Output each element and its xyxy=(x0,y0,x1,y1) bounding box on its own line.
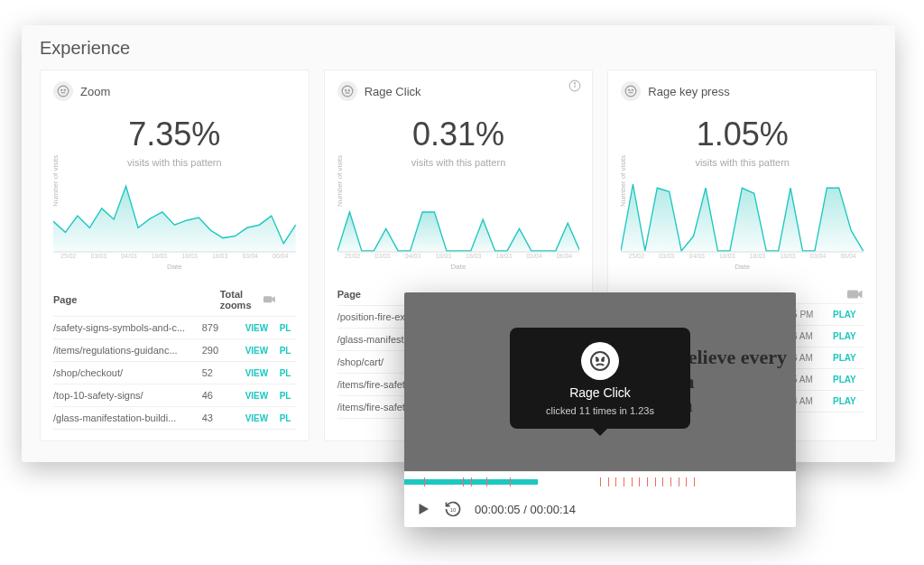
view-link[interactable]: VIEW xyxy=(245,346,276,356)
svg-point-6 xyxy=(345,90,346,91)
event-mark[interactable] xyxy=(694,477,695,486)
card-zoom: Zoom 7.35% visits with this pattern Numb… xyxy=(40,69,310,441)
player-viewport[interactable]: I believe every nea f m Rage Click click… xyxy=(404,292,796,471)
card-title: Zoom xyxy=(80,85,110,98)
chart-ticks: 25/0203/0304/0318/0318/0318/0303/0406/04 xyxy=(53,253,296,259)
view-link[interactable]: VIEW xyxy=(245,323,276,333)
face-angry-icon xyxy=(581,342,619,380)
svg-point-13 xyxy=(629,89,630,90)
rage-chart: Number of visits xyxy=(337,179,580,253)
svg-point-0 xyxy=(58,86,69,97)
event-mark[interactable] xyxy=(679,477,679,486)
face-sad-icon xyxy=(621,81,641,101)
keys-percent: 1.05% xyxy=(621,116,864,153)
chart-ticks: 25/0203/0304/0318/0318/0318/0303/0406/04 xyxy=(621,253,864,259)
camera-icon xyxy=(847,289,864,298)
play-link[interactable]: PLAY xyxy=(833,375,864,384)
event-mark[interactable] xyxy=(608,477,609,486)
page-path: /safety-signs-symbols-and-c... xyxy=(53,322,199,333)
table-head-count: Total zooms xyxy=(220,289,260,310)
event-mark[interactable] xyxy=(463,477,464,486)
svg-point-2 xyxy=(64,89,65,90)
camera-icon xyxy=(263,295,276,304)
zoom-count: 879 xyxy=(202,322,242,333)
card-title: Rage Click xyxy=(365,85,421,98)
play-link[interactable]: PLAY xyxy=(833,331,864,341)
svg-point-10 xyxy=(575,83,576,84)
event-mark[interactable] xyxy=(486,477,487,486)
view-link[interactable]: VIEW xyxy=(245,413,276,423)
page-path: /glass-manifestation-buildi... xyxy=(53,412,199,423)
event-mark[interactable] xyxy=(600,477,601,486)
table-row: /shop/checkout/52VIEWPL xyxy=(53,362,296,384)
timecode: 00:00:05 / 00:00:14 xyxy=(475,503,576,516)
view-link[interactable]: VIEW xyxy=(245,368,276,378)
table-row: /items/regulations-guidanc...290VIEWPL xyxy=(53,339,296,362)
tooltip-subtitle: clicked 11 times in 1.23s xyxy=(546,405,654,416)
svg-point-14 xyxy=(633,89,633,90)
play-link[interactable]: PLAY xyxy=(833,396,864,406)
table-head-page: Page xyxy=(53,294,217,305)
table-row: /top-10-safety-signs/46VIEWPL xyxy=(53,384,296,407)
play-link[interactable]: PL xyxy=(280,391,296,401)
page-path: /top-10-safety-signs/ xyxy=(53,390,199,401)
percent-subtitle: visits with this pattern xyxy=(621,157,864,168)
event-mark[interactable] xyxy=(510,477,511,486)
play-link[interactable]: PLAY xyxy=(833,310,864,320)
svg-rect-16 xyxy=(847,291,858,299)
event-mark[interactable] xyxy=(471,477,472,486)
face-neutral-icon xyxy=(53,81,73,101)
chart-ticks: 25/0203/0304/0318/0318/0318/0303/0406/04 xyxy=(337,253,580,259)
play-link[interactable]: PL xyxy=(280,368,296,378)
zoom-count: 46 xyxy=(202,390,242,401)
svg-point-1 xyxy=(61,89,62,90)
card-title: Rage key press xyxy=(648,85,729,98)
play-link[interactable]: PL xyxy=(280,346,296,356)
zoom-chart: Number of visits xyxy=(53,179,296,253)
table-row: /safety-signs-symbols-and-c...879VIEWPL xyxy=(53,317,296,339)
svg-point-17 xyxy=(591,352,609,370)
event-mark[interactable] xyxy=(615,477,616,486)
event-mark[interactable] xyxy=(670,477,671,486)
rewind-10-button[interactable]: 10 xyxy=(444,500,462,518)
event-mark[interactable] xyxy=(662,477,663,486)
play-button[interactable] xyxy=(415,501,431,517)
play-link[interactable]: PL xyxy=(280,323,296,333)
svg-text:10: 10 xyxy=(450,507,457,513)
rage-percent: 0.31% xyxy=(337,116,580,153)
table-row: /glass-manifestation-buildi...43VIEWPL xyxy=(53,407,296,430)
svg-point-5 xyxy=(342,86,353,97)
keys-chart: Number of visits xyxy=(621,179,864,253)
face-angry-icon xyxy=(337,81,357,101)
svg-rect-4 xyxy=(263,296,272,302)
event-mark[interactable] xyxy=(647,477,648,486)
info-icon[interactable] xyxy=(568,79,581,92)
session-player: I believe every nea f m Rage Click click… xyxy=(404,292,796,527)
zoom-count: 43 xyxy=(202,412,242,423)
play-link[interactable]: PL xyxy=(280,413,296,423)
svg-point-18 xyxy=(596,359,598,361)
svg-point-19 xyxy=(602,359,604,361)
zoom-count: 52 xyxy=(202,367,242,378)
event-mark[interactable] xyxy=(639,477,640,486)
percent-subtitle: visits with this pattern xyxy=(53,157,296,168)
svg-point-12 xyxy=(626,86,637,97)
page-title: Experience xyxy=(40,38,877,59)
zoom-count: 290 xyxy=(202,345,242,356)
zoom-percent: 7.35% xyxy=(53,116,296,153)
event-mark[interactable] xyxy=(624,477,624,486)
event-mark[interactable] xyxy=(632,477,633,486)
player-timeline[interactable] xyxy=(404,471,796,491)
svg-point-7 xyxy=(348,90,349,91)
play-link[interactable]: PLAY xyxy=(833,353,864,363)
percent-subtitle: visits with this pattern xyxy=(337,157,580,168)
page-path: /items/regulations-guidanc... xyxy=(53,345,199,356)
event-mark[interactable] xyxy=(424,477,425,486)
page-path: /shop/checkout/ xyxy=(53,367,199,378)
event-mark[interactable] xyxy=(655,477,656,486)
event-mark[interactable] xyxy=(686,477,687,486)
view-link[interactable]: VIEW xyxy=(245,391,276,401)
rage-click-tooltip: Rage Click clicked 11 times in 1.23s xyxy=(510,328,690,429)
zoom-table: Page Total zooms /safety-signs-symbols-a… xyxy=(53,283,296,430)
tooltip-title: Rage Click xyxy=(569,385,631,400)
